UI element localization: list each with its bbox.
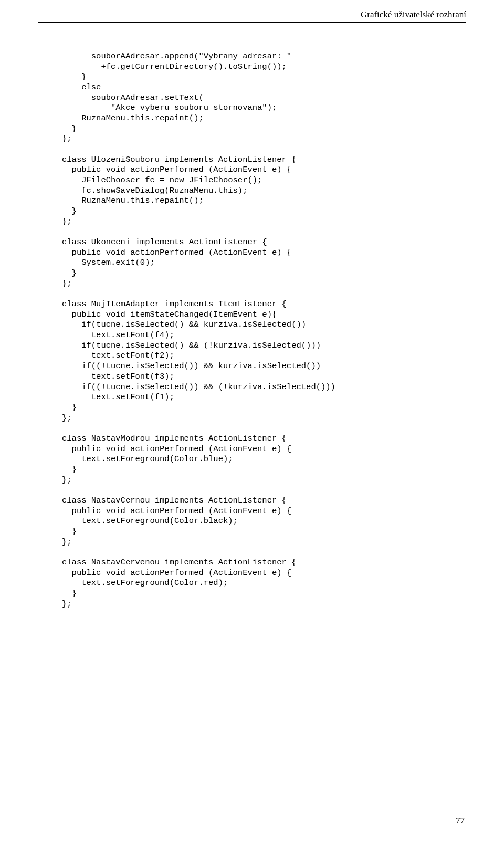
page-header-title: Grafické uživatelské rozhraní — [361, 9, 466, 20]
page-number: 77 — [456, 815, 465, 826]
code-listing: souborAAdresar.append("Vybrany adresar: … — [62, 51, 466, 609]
header-divider — [38, 22, 466, 23]
